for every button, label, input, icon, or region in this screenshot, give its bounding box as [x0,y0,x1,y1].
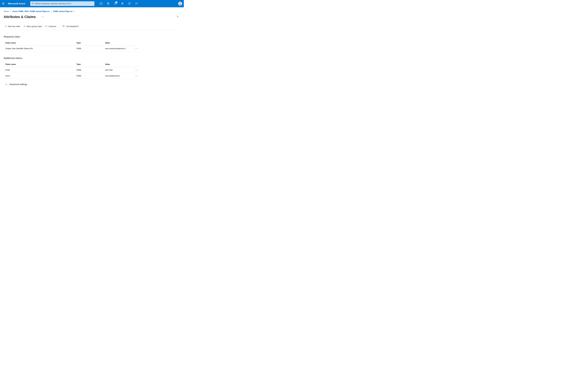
page-title: Attributes & Claims [4,15,36,19]
chevron-down-icon [5,83,7,86]
feedback-button[interactable] [134,1,139,6]
page-header: Attributes & Claims [0,12,184,19]
claim-type-cell: SAML [76,75,105,77]
breadcrumb-app-sso[interactable]: Azure SAML SSO | SAML-based Sign-on [12,10,50,12]
azure-top-bar: Microsoft Azure 6 [0,0,184,7]
required-claim-section: Required claim Claim name Type Value Uni… [4,35,138,52]
column-header-value: Value [105,63,132,65]
claim-name-cell: name [5,75,76,77]
breadcrumb-separator-icon: > [10,11,11,12]
feedback-person-icon [62,25,65,28]
column-header-type: Type [76,63,105,65]
required-claim-table: Claim name Type Value Unique User Identi… [4,40,138,52]
column-header-claim-name: Claim name [5,63,76,65]
additional-claims-table: Claim name Type Value email SAML user.ma… [4,62,138,79]
ellipsis-icon [136,70,137,70]
claim-name-cell: Unique User Identifier (Name ID) [5,48,76,50]
breadcrumb-separator-icon: > [74,11,75,12]
feedback-icon [135,2,138,5]
claim-name-cell: email [5,69,76,71]
toolbar-divider [59,25,59,28]
close-blade-button[interactable] [176,15,179,19]
additional-claims-section: Additional claims Claim name Type Value … [4,57,138,79]
column-header-value: Value [105,42,132,44]
close-icon [177,16,179,18]
add-new-claim-button[interactable]: Add new claim [4,25,21,28]
column-header-type: Type [76,42,105,44]
table-row[interactable]: name SAML user.displayname [4,73,138,79]
hamburger-menu-button[interactable] [0,0,7,7]
advanced-settings-label: Advanced settings [10,83,27,86]
global-search[interactable] [30,1,94,6]
plus-icon [5,25,7,28]
claim-value-cell: user.mail [105,69,132,71]
table-header-row: Claim name Type Value [4,62,138,67]
table-row[interactable]: email SAML user.mail [4,67,138,73]
row-context-menu-button[interactable] [135,69,138,71]
add-group-claim-label: Add a group claim [26,25,42,28]
claim-value-cell: user.displayname [105,75,132,77]
svg-text:?: ? [129,3,130,4]
table-header-row: Claim name Type Value [4,40,138,46]
breadcrumb-home[interactable]: Home [4,10,9,12]
required-claim-title: Required claim [4,35,138,38]
got-feedback-label: Got feedback? [66,25,79,28]
ellipsis-icon [136,48,137,49]
columns-label: Columns [48,25,56,28]
ellipsis-icon [136,76,137,76]
row-context-menu-button[interactable] [135,74,138,77]
add-group-claim-button[interactable]: Add a group claim [22,25,43,28]
cloud-shell-button[interactable] [99,1,103,6]
columns-icon [45,25,47,28]
notifications-button[interactable]: 6 [113,1,117,6]
additional-claims-title: Additional claims [4,57,138,60]
breadcrumb: Home > Azure SAML SSO | SAML-based Sign-… [0,7,184,12]
breadcrumb-saml-signon[interactable]: SAML-based Sign-on [53,10,73,12]
row-context-menu-button[interactable] [135,47,138,50]
avatar-icon [178,2,182,6]
column-header-claim-name: Claim name [5,42,76,44]
gear-icon [121,2,124,5]
search-icon [32,2,34,5]
breadcrumb-separator-icon: > [51,11,52,12]
got-feedback-button[interactable]: Got feedback? [61,24,80,29]
topbar-icon-group: 6 ? [99,1,139,6]
directory-subscription-filter-button[interactable] [106,1,110,6]
add-new-claim-label: Add new claim [8,25,20,28]
search-input[interactable] [35,3,93,5]
settings-button[interactable] [120,1,125,6]
account-avatar[interactable] [178,2,182,6]
help-icon: ? [128,2,131,5]
command-bar: Add new claim Add a group claim Columns … [4,24,180,29]
claim-type-cell: SAML [76,48,105,50]
brand-title: Microsoft Azure [8,2,25,5]
table-row[interactable]: Unique User Identifier (Name ID) SAML us… [4,46,138,52]
plus-icon [23,25,25,28]
page-context-menu-button[interactable] [41,16,45,18]
ellipsis-icon [42,17,44,17]
directory-filter-icon [107,2,109,5]
notification-badge: 6 [115,1,117,3]
hamburger-icon [2,3,4,5]
claim-value-cell: user.userprincipalname [... [105,48,132,50]
claim-type-cell: SAML [76,69,105,71]
cloud-shell-icon [100,2,103,5]
advanced-settings-toggle[interactable]: Advanced settings [5,83,27,86]
help-button[interactable]: ? [127,1,132,6]
columns-button[interactable]: Columns [44,25,57,28]
